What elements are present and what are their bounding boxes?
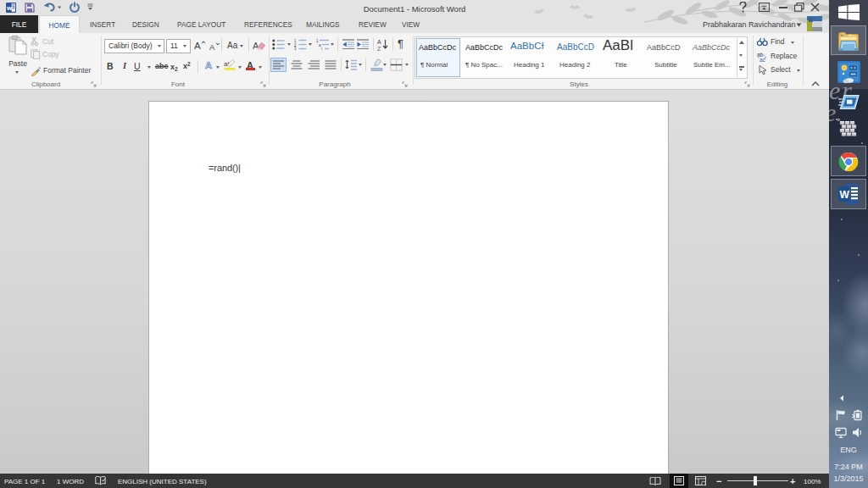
svg-text:A: A bbox=[377, 39, 381, 45]
svg-text:A: A bbox=[209, 42, 215, 51]
svg-text:i: i bbox=[321, 47, 322, 50]
svg-text:Z: Z bbox=[377, 46, 381, 51]
svg-text:ac: ac bbox=[760, 57, 766, 62]
svg-text:3: 3 bbox=[294, 47, 297, 50]
svg-text:A: A bbox=[194, 41, 201, 50]
svg-text:W: W bbox=[840, 189, 850, 201]
